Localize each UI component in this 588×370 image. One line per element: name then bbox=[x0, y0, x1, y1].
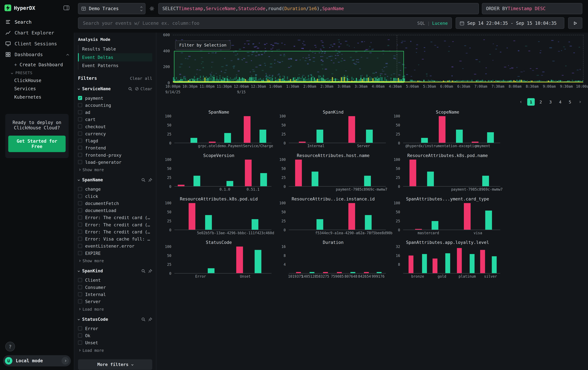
bar-pink[interactable] bbox=[323, 272, 328, 273]
filter-option[interactable]: checkout bbox=[78, 123, 152, 130]
bar-pink[interactable] bbox=[472, 142, 478, 143]
chevron-down-icon[interactable] bbox=[78, 318, 80, 320]
bar-pink[interactable] bbox=[464, 203, 471, 230]
bar-green[interactable] bbox=[316, 219, 323, 230]
filter-option[interactable]: flagd bbox=[78, 137, 152, 144]
bar-pink[interactable] bbox=[480, 250, 485, 273]
pin-icon[interactable] bbox=[148, 178, 152, 182]
bar-green[interactable] bbox=[377, 272, 381, 273]
checkbox[interactable] bbox=[78, 187, 82, 191]
filter-option[interactable]: Client bbox=[78, 277, 152, 284]
checkbox[interactable] bbox=[78, 340, 82, 345]
filter-option[interactable]: accounting bbox=[78, 101, 152, 109]
bar-pink[interactable] bbox=[296, 272, 301, 273]
checkbox[interactable] bbox=[78, 251, 82, 255]
sidebar-item-client-sessions[interactable]: Client Sessions bbox=[0, 38, 74, 49]
checkbox[interactable] bbox=[78, 326, 82, 330]
search-icon[interactable] bbox=[141, 317, 146, 321]
help-button[interactable]: ? bbox=[5, 342, 15, 351]
bar-green[interactable] bbox=[492, 256, 497, 273]
bar-green[interactable] bbox=[366, 130, 373, 143]
bar-green[interactable] bbox=[365, 215, 372, 230]
checkbox[interactable] bbox=[78, 153, 82, 157]
show-more-button[interactable]: Show more bbox=[79, 259, 152, 263]
checkbox[interactable] bbox=[78, 237, 82, 241]
bar-pink[interactable] bbox=[209, 142, 216, 143]
clear-all-button[interactable]: Clear all bbox=[130, 76, 152, 81]
filter-by-selection-button[interactable]: Filter by Selection bbox=[175, 40, 231, 50]
filter-option[interactable]: documentLoad bbox=[78, 207, 152, 214]
bar-pink[interactable] bbox=[245, 160, 252, 186]
bar-pink[interactable] bbox=[337, 272, 342, 273]
page-button-1[interactable]: 1 bbox=[527, 98, 535, 106]
bar-green[interactable] bbox=[316, 130, 323, 143]
filter-option[interactable]: EXPIRE bbox=[78, 250, 152, 257]
bar-green[interactable] bbox=[312, 172, 318, 186]
checkbox[interactable] bbox=[78, 139, 82, 143]
bar-green[interactable] bbox=[422, 254, 427, 273]
checkbox[interactable] bbox=[78, 292, 82, 297]
search-icon[interactable] bbox=[141, 269, 146, 273]
filter-option[interactable]: change bbox=[78, 185, 152, 192]
bar-green[interactable] bbox=[259, 130, 266, 143]
bar-pink[interactable] bbox=[439, 116, 445, 143]
bar-green[interactable] bbox=[485, 210, 492, 230]
filter-option[interactable]: eventListener.error bbox=[78, 242, 152, 250]
sql-query-input[interactable]: SELECT Timestamp, ServiceName, StatusCod… bbox=[158, 3, 479, 14]
search-icon[interactable] bbox=[141, 178, 146, 182]
bar-green[interactable] bbox=[487, 132, 494, 143]
page-button-2[interactable]: 2 bbox=[537, 98, 545, 106]
bar-green[interactable] bbox=[310, 272, 315, 273]
checkbox[interactable] bbox=[78, 244, 82, 248]
show-more-button[interactable]: Show more bbox=[79, 168, 152, 172]
bar-pink[interactable] bbox=[415, 229, 422, 230]
bar-green[interactable] bbox=[445, 253, 450, 273]
checkbox[interactable] bbox=[78, 285, 82, 289]
filter-option[interactable]: Internal bbox=[78, 291, 152, 298]
sidebar-item-dashboards[interactable]: Dashboards bbox=[0, 49, 74, 60]
sidebar-item-services[interactable]: Services bbox=[0, 85, 74, 93]
show-more-button[interactable]: Load more bbox=[79, 307, 152, 311]
bar-green[interactable] bbox=[470, 254, 474, 273]
checkbox[interactable] bbox=[78, 110, 82, 114]
filter-option[interactable]: Unset bbox=[78, 339, 152, 346]
prev-page-button[interactable] bbox=[517, 98, 525, 106]
bar-pink[interactable] bbox=[244, 116, 251, 143]
bar-pink[interactable] bbox=[189, 203, 195, 230]
sidebar-item-clickhouse[interactable]: ClickHouse bbox=[0, 76, 74, 85]
sidebar-item-chart-explorer[interactable]: Chart Explorer bbox=[0, 27, 74, 38]
checkbox[interactable] bbox=[78, 215, 82, 220]
get-started-button[interactable]: Get Started for Free bbox=[8, 136, 65, 152]
checkbox[interactable] bbox=[78, 103, 82, 107]
sql-mode-toggle[interactable]: SQL bbox=[417, 20, 425, 26]
presets-toggle[interactable]: PRESETS bbox=[0, 69, 74, 77]
filter-option[interactable]: Error bbox=[78, 325, 152, 332]
lucene-mode-toggle[interactable]: Lucene bbox=[432, 20, 448, 26]
bar-green[interactable] bbox=[260, 173, 267, 186]
bar-green[interactable] bbox=[193, 176, 200, 186]
checkbox[interactable] bbox=[78, 117, 82, 121]
source-select[interactable]: Demo Traces bbox=[78, 3, 145, 14]
page-button-5[interactable]: 5 bbox=[566, 98, 574, 106]
filter-option[interactable]: currency bbox=[78, 130, 152, 137]
bar-green[interactable] bbox=[350, 272, 355, 273]
filter-option[interactable]: Error: Visa cache full: … bbox=[78, 235, 152, 242]
pin-icon[interactable] bbox=[148, 269, 152, 273]
filter-option[interactable]: frontend bbox=[78, 144, 152, 151]
checkbox[interactable] bbox=[78, 146, 82, 150]
chevron-down-icon[interactable] bbox=[78, 270, 80, 272]
checkbox[interactable] bbox=[78, 194, 82, 198]
bar-pink[interactable] bbox=[348, 203, 355, 230]
create-dashboard-button[interactable]: + Create Dashboard bbox=[0, 61, 74, 69]
analysis-mode-event-patterns[interactable]: Event Patterns bbox=[78, 61, 152, 70]
local-mode-button[interactable]: U Local mode bbox=[3, 355, 71, 366]
chevron-down-icon[interactable] bbox=[78, 179, 80, 181]
checkbox[interactable] bbox=[78, 96, 82, 100]
checkbox[interactable] bbox=[78, 131, 82, 136]
bar-green[interactable] bbox=[252, 219, 258, 230]
filter-option[interactable]: Server bbox=[78, 298, 152, 305]
bar-pink[interactable] bbox=[410, 160, 416, 186]
bar-pink[interactable] bbox=[433, 259, 438, 273]
checkbox[interactable] bbox=[78, 222, 82, 227]
heatmap-selection[interactable] bbox=[174, 51, 404, 83]
